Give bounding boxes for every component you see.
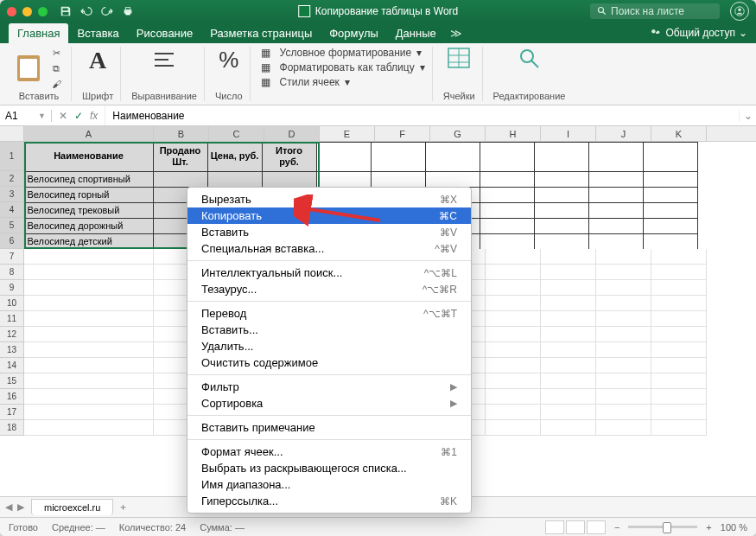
redo-icon[interactable] [101,5,113,17]
cell[interactable]: Велосипед спортивный [24,171,154,188]
cell[interactable] [486,280,541,296]
column-header[interactable]: H [486,126,541,141]
cell[interactable] [534,233,589,250]
tab-layout[interactable]: Разметка страницы [201,23,321,43]
cell[interactable]: Продано Шт. [153,142,208,172]
cell[interactable] [541,358,596,373]
row-header[interactable]: 6 [0,233,24,249]
paste-button[interactable] [14,51,43,86]
cell[interactable] [651,373,707,389]
alignment-icon[interactable] [151,47,177,73]
cell[interactable] [541,389,596,405]
context-menu-item[interactable]: Сортировка▶ [187,395,471,412]
cell-styles-button[interactable]: ▦Стили ячеек▾ [261,76,425,88]
print-icon[interactable] [122,5,134,17]
cell[interactable] [596,373,651,389]
cell[interactable] [643,218,698,234]
name-box[interactable]: A1▼ [0,110,52,122]
cell[interactable]: Велосипед трековый [24,202,154,219]
cell[interactable] [480,202,535,219]
cell[interactable] [316,171,372,188]
sheet-tab[interactable]: microexcel.ru [31,499,113,515]
cell[interactable]: Цена, руб. [207,142,263,172]
cell[interactable] [24,373,154,389]
cell[interactable] [371,142,426,172]
cell[interactable] [596,405,651,420]
cell[interactable] [596,265,651,280]
cells-icon[interactable] [447,47,471,69]
percent-icon[interactable]: % [219,47,238,73]
cell[interactable] [262,171,317,188]
cell[interactable] [541,420,596,436]
share-button[interactable]: Общий доступ ⌄ [650,27,747,39]
page-break-view-icon[interactable] [587,520,606,534]
cell[interactable] [534,187,589,203]
context-menu-item[interactable]: Фильтр▶ [187,379,471,395]
cell[interactable] [480,142,535,172]
add-sheet-button[interactable]: ＋ [118,501,128,514]
column-header[interactable]: C [209,126,264,141]
row-header[interactable]: 4 [0,202,24,218]
select-all-corner[interactable] [0,126,24,141]
zoom-out-button[interactable]: − [614,522,619,533]
context-menu-item[interactable]: Перевод^⌥⌘T [187,305,471,322]
undo-icon[interactable] [80,5,92,17]
user-account-button[interactable] [730,2,749,21]
tab-draw[interactable]: Рисование [128,23,201,43]
cell[interactable] [153,171,208,188]
cell[interactable] [486,405,541,420]
cell[interactable] [486,249,541,265]
cell[interactable] [541,265,596,280]
cell[interactable] [651,389,707,405]
cell[interactable] [24,405,154,420]
minimize-window-icon[interactable] [22,7,32,16]
cell[interactable] [651,342,707,358]
context-menu-item[interactable]: Тезаурус...^⌥⌘R [187,281,471,297]
cell[interactable] [541,249,596,265]
cell[interactable] [651,311,707,327]
cell[interactable] [651,405,707,420]
fx-icon[interactable]: fx [90,110,98,122]
column-header[interactable]: J [596,126,651,141]
collapse-formula-bar-icon[interactable]: ⌄ [739,110,756,122]
row-header[interactable]: 17 [0,405,24,420]
column-header[interactable]: K [651,126,707,141]
cell[interactable] [541,327,596,342]
column-header[interactable]: E [320,126,375,141]
search-box[interactable]: Поиск на листе [590,3,720,19]
context-menu-item[interactable]: Выбрать из раскрывающегося списка... [187,460,471,476]
cell[interactable] [24,327,154,342]
zoom-in-button[interactable]: + [706,522,711,533]
cell[interactable] [534,171,589,188]
cell[interactable] [24,420,154,436]
cell[interactable] [651,420,707,436]
context-menu-item[interactable]: Вставить... [187,322,471,338]
row-header[interactable]: 3 [0,187,24,202]
formula-input[interactable]: Наименование [105,110,739,122]
cell[interactable]: Велосипед дорожный [24,218,154,234]
column-header[interactable]: A [24,126,154,141]
row-header[interactable]: 1 [0,142,24,171]
cell[interactable] [486,342,541,358]
format-painter-icon[interactable]: 🖌 [48,78,64,90]
column-header[interactable]: D [264,126,320,141]
context-menu-item[interactable]: Вставить примечание [187,419,471,436]
cell[interactable] [534,218,589,234]
cell[interactable] [596,389,651,405]
context-menu-item[interactable]: Имя диапазона... [187,476,471,493]
cell[interactable] [651,327,707,342]
cell[interactable] [643,171,698,188]
format-as-table-button[interactable]: ▦Форматировать как таблицу▾ [261,61,425,73]
cell[interactable] [486,327,541,342]
cell[interactable] [596,280,651,296]
cell[interactable] [24,249,154,265]
cell[interactable] [596,249,651,265]
cell[interactable]: Наименование [24,142,154,172]
cancel-formula-icon[interactable]: ✕ [59,110,67,122]
cell[interactable] [486,358,541,373]
cell[interactable] [643,142,698,172]
column-header[interactable]: I [541,126,596,141]
row-header[interactable]: 9 [0,280,24,296]
cell[interactable] [24,358,154,373]
cell[interactable] [588,202,644,219]
